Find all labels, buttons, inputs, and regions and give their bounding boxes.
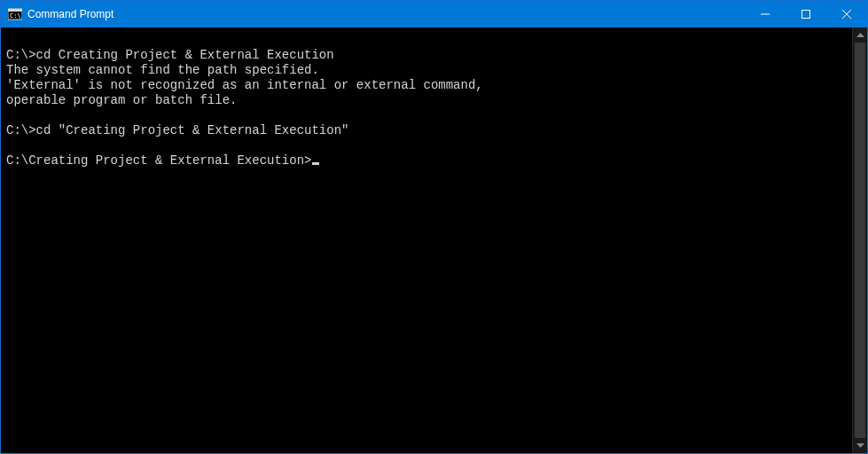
cursor <box>312 162 319 165</box>
scroll-thumb[interactable] <box>855 43 865 438</box>
window-title: Command Prompt <box>27 8 113 20</box>
svg-rect-4 <box>802 11 810 19</box>
maximize-button[interactable] <box>786 1 826 27</box>
close-button[interactable] <box>826 1 867 27</box>
vertical-scrollbar[interactable] <box>852 27 867 453</box>
client-area: C:\>cd Creating Project & External Execu… <box>1 27 867 453</box>
svg-marker-7 <box>856 33 864 37</box>
titlebar[interactable]: C:\ Command Prompt <box>1 1 867 27</box>
scroll-track[interactable] <box>853 43 867 438</box>
terminal-line: C:\Creating Project & External Execution… <box>6 153 848 168</box>
svg-rect-1 <box>8 9 22 12</box>
svg-text:C:\: C:\ <box>10 12 21 20</box>
terminal-line: 'External' is not recognized as an inter… <box>6 78 848 93</box>
window-controls <box>745 1 867 27</box>
terminal-line: C:\>cd Creating Project & External Execu… <box>6 48 848 63</box>
terminal-line: The system cannot find the path specifie… <box>6 63 848 78</box>
terminal-line <box>6 33 848 48</box>
terminal-line <box>6 108 848 123</box>
scroll-up-button[interactable] <box>853 27 867 43</box>
terminal-output[interactable]: C:\>cd Creating Project & External Execu… <box>1 27 852 453</box>
terminal-line <box>6 138 848 153</box>
terminal-line: C:\>cd "Creating Project & External Exec… <box>6 123 848 138</box>
cmd-icon: C:\ <box>8 7 22 21</box>
terminal-line: operable program or batch file. <box>6 93 848 108</box>
command-prompt-window: C:\ Command Prompt C:\>cd Creating Proje… <box>0 0 868 454</box>
svg-marker-8 <box>856 443 864 448</box>
minimize-button[interactable] <box>745 1 786 27</box>
scroll-down-button[interactable] <box>853 438 867 453</box>
